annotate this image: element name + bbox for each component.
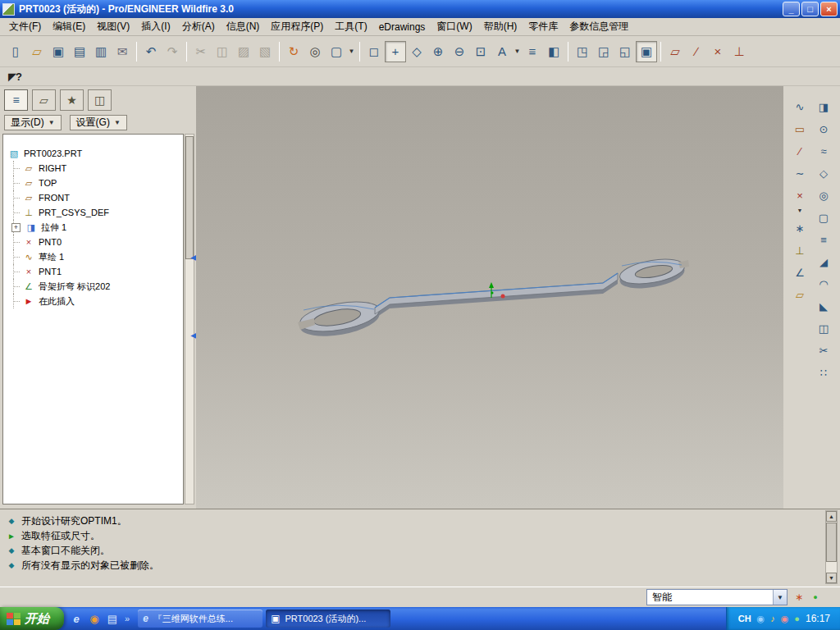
menu-view[interactable]: 视图(V) [91,17,135,36]
start-button[interactable]: 开始 [0,607,64,630]
paste-icon[interactable]: ▨ [233,41,254,62]
tree-item[interactable]: ⊥ PRT_CSYS_DEF [3,205,183,220]
zoom-fit-icon[interactable]: ⊡ [470,41,491,62]
curve-tool-icon[interactable]: ∼ [791,164,809,182]
chevron-down-icon[interactable]: ▼ [773,590,787,605]
style-tool-icon[interactable]: ∿ [791,98,809,116]
menu-edrawings[interactable]: eDrawings [373,19,431,35]
folder-browser-tab[interactable]: ▱ [32,89,56,111]
tree-item[interactable]: × PNT0 [3,235,183,249]
menu-help[interactable]: 帮助(H) [478,17,523,36]
undo-icon[interactable]: ↶ [140,41,162,62]
ie-icon[interactable]: e [69,611,84,626]
taskbar-item-browser[interactable]: e 『三维网软件总练... [138,609,262,628]
active-window-icon[interactable]: ▣ [636,41,657,62]
tree-item[interactable]: + ◨ 拉伸 1 [3,220,183,235]
scroll-up-icon[interactable]: ▲ [826,511,837,522]
minimize-button[interactable]: _ [783,2,800,16]
wrench-model[interactable] [298,255,689,341]
redo-icon[interactable]: ↷ [162,41,183,62]
field-point-tool-icon[interactable]: ∗ [791,219,809,237]
selection-filter-dropdown[interactable]: 智能 ▼ [646,589,788,605]
chevron-down-icon[interactable]: ▼ [513,41,522,62]
window-1-icon[interactable]: ◳ [572,41,593,62]
rib-tool-icon[interactable]: ≡ [815,231,833,249]
open-icon[interactable]: ▱ [26,41,48,62]
save-icon[interactable]: ▣ [48,41,69,62]
menu-analysis[interactable]: 分析(A) [176,17,221,36]
tree-item[interactable]: ▧ PRT0023.PRT [3,146,183,161]
window-2-icon[interactable]: ◲ [593,41,614,62]
paste-special-icon[interactable]: ▧ [254,41,276,62]
media-player-icon[interactable]: ◉ [87,611,102,626]
csys-tool-icon[interactable]: ⊥ [791,241,809,259]
spin-center-icon[interactable]: + [385,41,406,62]
maximize-button[interactable]: □ [801,2,819,16]
menu-edit[interactable]: 编辑(E) [47,17,91,36]
menu-file[interactable]: 文件(F) [3,17,47,36]
volume-icon[interactable]: ♪ [770,614,775,623]
menu-insert[interactable]: 插入(I) [135,17,176,36]
shell-tool-icon[interactable]: ▢ [815,208,833,226]
overflow-chevron-icon[interactable]: » [123,614,131,623]
find-tool-icon[interactable]: ∗ [792,591,806,604]
message-scrollbar[interactable]: ▲ ▼ [825,510,838,584]
menu-part-library[interactable]: 零件库 [523,17,564,36]
repaint-icon[interactable]: ◻ [363,41,385,62]
graphics-area[interactable] [196,86,783,509]
tree-item[interactable]: ∿ 草绘 1 [3,249,183,264]
scroll-down-icon[interactable]: ▼ [826,573,837,583]
email-icon[interactable]: ✉ [112,41,133,62]
tree-item[interactable]: ▱ RIGHT [3,161,183,176]
menu-info[interactable]: 信息(N) [221,17,266,36]
extrude-tool-icon[interactable]: ◨ [815,98,833,116]
sketch-tool-icon[interactable]: ▱ [791,285,809,304]
favorites-tab[interactable]: ★ [60,89,84,111]
chevron-down-icon[interactable]: ▼ [797,208,803,215]
chamfer-tool-icon[interactable]: ◣ [815,297,833,315]
tree-show-button[interactable]: 显示(D) ▼ [4,115,62,130]
print-drawing-icon[interactable]: ▥ [90,41,112,62]
input-language-indicator[interactable]: CH [738,614,751,623]
sweep-tool-icon[interactable]: ≈ [815,142,833,160]
tree-item[interactable]: × PNT1 [3,264,183,279]
revolve-tool-icon[interactable]: ⊙ [815,120,833,138]
saved-views-icon[interactable]: A [491,41,513,62]
window-3-icon[interactable]: ◱ [614,41,636,62]
context-help-icon[interactable]: ◤? [8,71,21,83]
cut-icon[interactable]: ✂ [190,41,212,62]
close-button[interactable]: × [820,2,838,16]
datum-plane-tool-icon[interactable]: ▭ [791,120,809,138]
orient-mode-icon[interactable]: ◇ [406,41,427,62]
mirror-tool-icon[interactable]: ◫ [815,319,833,337]
tree-item[interactable]: ▱ FRONT [3,190,183,205]
tree-item[interactable]: ► 在此插入 [3,294,183,308]
scrollbar-thumb[interactable] [826,523,837,562]
hole-tool-icon[interactable]: ◎ [815,186,833,204]
datum-axis-tool-icon[interactable]: ∕ [791,142,809,160]
new-file-icon[interactable]: ▯ [5,41,26,62]
pattern-tool-icon[interactable]: ∷ [815,363,833,381]
trim-tool-icon[interactable]: ✂ [815,341,833,359]
datum-plane-display-icon[interactable]: ▱ [664,41,686,62]
round-tool-icon[interactable]: ◠ [815,275,833,293]
expand-icon[interactable]: + [11,223,21,232]
regenerate-icon[interactable]: ↻ [283,41,304,62]
datum-point-display-icon[interactable]: × [707,41,728,62]
blend-tool-icon[interactable]: ◇ [815,164,833,182]
tree-item[interactable]: ▱ TOP [3,176,183,190]
messenger-icon[interactable]: ◉ [757,614,765,624]
power-icon[interactable]: ● [794,614,800,623]
tree-settings-button[interactable]: 设置(G) ▼ [70,115,127,130]
copy-icon[interactable]: ◫ [212,41,233,62]
view-manager-icon[interactable]: ◧ [543,41,564,62]
datum-axis-display-icon[interactable]: ∕ [686,41,707,62]
connections-tab[interactable]: ◫ [88,89,112,111]
csys-display-icon[interactable]: ⊥ [728,41,750,62]
tree-scrollbar[interactable] [185,134,194,504]
tree-item[interactable]: ∠ 骨架折弯 标识202 [3,279,183,294]
taskbar-item-proe[interactable]: ▣ PRT0023 (活动的)... [266,609,390,628]
menu-tools[interactable]: 工具(T) [329,17,372,36]
security-icon[interactable]: ◉ [781,614,789,624]
chevron-down-icon[interactable]: ▼ [347,41,356,62]
